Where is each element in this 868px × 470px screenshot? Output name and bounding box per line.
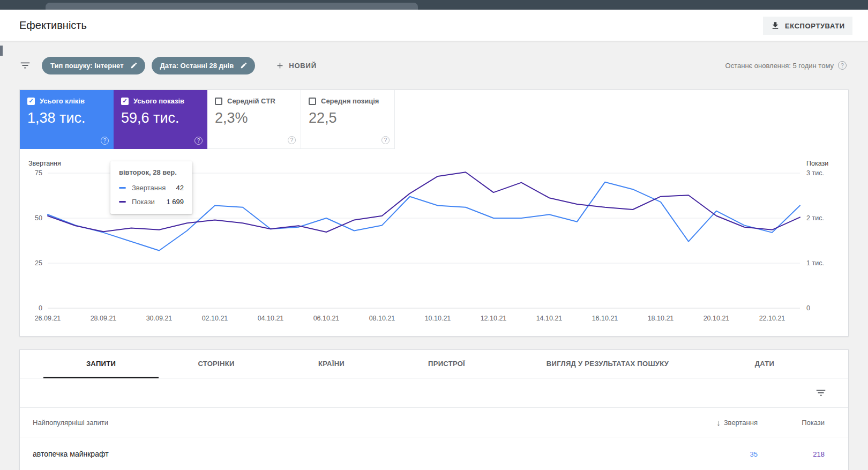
svg-text:20.10.21: 20.10.21 [704, 315, 730, 322]
tooltip-row-clicks: Звертання 42 [119, 184, 184, 192]
tab-search-appearance[interactable]: ВИГЛЯД У РЕЗУЛЬТАТАХ ПОШУКУ [504, 350, 711, 378]
svg-text:06.10.21: 06.10.21 [313, 315, 340, 322]
clicks-cell: 35 [683, 450, 758, 458]
new-filter-label: НОВИЙ [289, 62, 317, 70]
metric-card-avg-position[interactable]: Середня позиція 22,5 ? [301, 90, 395, 149]
filter-chip-search-type[interactable]: Тип пошуку: Інтернет [42, 57, 145, 74]
metric-card-total-clicks[interactable]: ✓ Усього кліків 1,38 тис. ? [20, 90, 114, 149]
svg-text:14.10.21: 14.10.21 [536, 315, 563, 322]
svg-text:25: 25 [35, 259, 42, 267]
last-update-info: Останнє оновлення: 5 годин тому ? [725, 61, 868, 70]
plus-icon [275, 61, 285, 70]
dimensions-table-panel: ЗАПИТИ СТОРІНКИ КРАЇНИ ПРИСТРОЇ ВИГЛЯД У… [19, 349, 849, 470]
svg-text:08.10.21: 08.10.21 [369, 315, 395, 322]
page-title: Ефективність [19, 19, 87, 32]
export-label: ЕКСПОРТУВАТИ [785, 22, 845, 30]
svg-text:Звертання: Звертання [28, 160, 61, 167]
metric-label: Середній CTR [227, 97, 275, 105]
performance-line-chart[interactable]: 00251 тис.502 тис.753 тис.ЗвертанняПоказ… [20, 149, 848, 337]
svg-text:75: 75 [35, 169, 42, 177]
metric-value: 22,5 [309, 110, 387, 126]
filter-chip-label: Дата: Останні 28 днів [160, 62, 234, 70]
last-update-text: Останнє оновлення: 5 годин тому [725, 62, 834, 70]
svg-text:10.10.21: 10.10.21 [425, 315, 451, 322]
table-row[interactable]: автопечка майнкрафт 35 218 [20, 437, 848, 470]
help-icon[interactable]: ? [288, 136, 296, 144]
tooltip-row-impressions: Покази 1 699 [119, 198, 184, 206]
metric-label: Усього показів [133, 97, 184, 105]
tab-devices[interactable]: ПРИСТРОЇ [389, 350, 504, 378]
svg-text:0: 0 [39, 304, 42, 312]
table-filter-icon[interactable] [815, 387, 827, 399]
tooltip-date: вівторок, 28 вер. [119, 168, 184, 176]
metric-label: Усього кліків [40, 97, 85, 105]
column-header-impressions[interactable]: Покази [758, 419, 825, 427]
checkbox-unchecked-icon[interactable] [309, 98, 316, 105]
column-header-label: Звертання [724, 419, 758, 427]
download-icon [770, 21, 780, 31]
tooltip-value: 42 [176, 184, 184, 192]
window-titlebar [0, 0, 868, 10]
metric-label: Середня позиція [321, 97, 379, 105]
checkbox-checked-icon[interactable]: ✓ [27, 98, 35, 105]
column-header-clicks[interactable]: ↓ Звертання [683, 418, 758, 427]
metric-card-avg-ctr[interactable]: Середній CTR 2,3% ? [207, 90, 301, 149]
filter-chip-date[interactable]: Дата: Останні 28 днів [152, 57, 256, 74]
edit-pencil-icon [240, 62, 248, 69]
impressions-series-swatch [119, 201, 126, 203]
metric-card-total-impressions[interactable]: ✓ Усього показів 59,6 тис. ? [114, 90, 207, 149]
svg-text:1 тис.: 1 тис. [806, 259, 824, 267]
query-cell[interactable]: автопечка майнкрафт [33, 450, 683, 458]
metric-value: 59,6 тис. [121, 110, 200, 126]
metric-value: 2,3% [215, 110, 293, 126]
tab-queries[interactable]: ЗАПИТИ [43, 350, 159, 378]
metric-value: 1,38 тис. [27, 110, 106, 126]
tab-pages[interactable]: СТОРІНКИ [159, 350, 274, 378]
svg-text:3 тис.: 3 тис. [806, 169, 824, 177]
tooltip-label: Звертання [132, 184, 166, 192]
filter-bar: Тип пошуку: Інтернет Дата: Останні 28 дн… [0, 41, 868, 89]
new-filter-button[interactable]: НОВИЙ [275, 61, 317, 70]
table-header-row: Найпопулярніші запити ↓ Звертання Покази [20, 408, 848, 437]
tooltip-value: 1 699 [166, 198, 184, 206]
column-header-queries[interactable]: Найпопулярніші запити [33, 419, 683, 427]
svg-text:16.10.21: 16.10.21 [592, 315, 618, 322]
svg-text:2 тис.: 2 тис. [806, 214, 824, 222]
window-tab-shape [46, 3, 418, 10]
svg-text:02.10.21: 02.10.21 [202, 315, 228, 322]
table-toolbar [20, 378, 848, 408]
help-icon[interactable]: ? [194, 137, 203, 145]
svg-text:50: 50 [35, 214, 42, 222]
checkbox-unchecked-icon[interactable] [215, 98, 222, 105]
checkbox-checked-icon[interactable]: ✓ [121, 98, 129, 105]
svg-text:18.10.21: 18.10.21 [648, 315, 674, 322]
svg-text:0: 0 [806, 304, 810, 312]
filter-chip-label: Тип пошуку: Інтернет [50, 62, 124, 70]
export-button[interactable]: ЕКСПОРТУВАТИ [763, 17, 852, 35]
performance-panel: ✓ Усього кліків 1,38 тис. ? ✓ Усього пок… [19, 89, 849, 337]
svg-text:Покази: Покази [806, 160, 828, 167]
svg-text:30.09.21: 30.09.21 [146, 315, 173, 322]
tab-countries[interactable]: КРАЇНИ [274, 350, 389, 378]
metric-cards: ✓ Усього кліків 1,38 тис. ? ✓ Усього пок… [20, 90, 848, 149]
chart-tooltip: вівторок, 28 вер. Звертання 42 Покази 1 … [110, 161, 192, 214]
help-icon[interactable]: ? [381, 136, 390, 144]
help-icon[interactable]: ? [838, 61, 847, 70]
tooltip-label: Покази [132, 198, 155, 206]
svg-text:22.10.21: 22.10.21 [759, 315, 785, 322]
svg-text:12.10.21: 12.10.21 [481, 315, 507, 322]
sort-descending-icon: ↓ [716, 418, 721, 427]
filter-list-icon[interactable] [19, 59, 31, 71]
impressions-cell: 218 [758, 450, 825, 458]
svg-text:26.09.21: 26.09.21 [35, 315, 61, 322]
help-icon[interactable]: ? [101, 137, 109, 145]
page-header: Ефективність ЕКСПОРТУВАТИ [0, 10, 868, 41]
tab-dates[interactable]: ДАТИ [711, 350, 818, 378]
edit-pencil-icon [130, 62, 138, 69]
svg-text:04.10.21: 04.10.21 [258, 315, 284, 322]
dimension-tabs: ЗАПИТИ СТОРІНКИ КРАЇНИ ПРИСТРОЇ ВИГЛЯД У… [20, 350, 848, 378]
clicks-series-swatch [119, 187, 126, 189]
svg-text:28.09.21: 28.09.21 [91, 315, 117, 322]
